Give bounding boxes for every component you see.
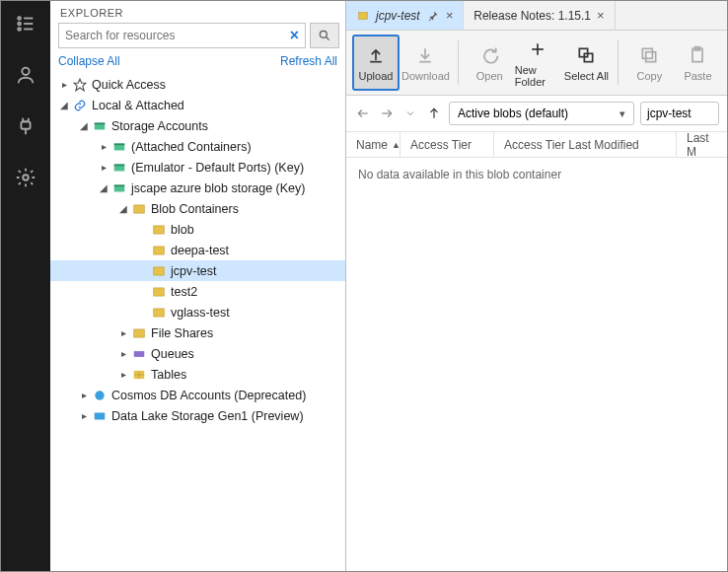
svg-rect-25 — [154, 287, 165, 295]
svg-point-2 — [18, 23, 21, 26]
open-button[interactable]: Open — [467, 35, 513, 91]
container-icon — [151, 284, 167, 300]
tab-label: Release Notes: 1.15.1 — [473, 9, 591, 23]
separator — [618, 40, 619, 85]
upload-button[interactable]: Upload — [352, 35, 400, 91]
tree-quick-access[interactable]: ▸Quick Access — [50, 74, 345, 95]
dropdown-value: Active blobs (default) — [458, 107, 568, 120]
select-all-button[interactable]: Select All — [563, 35, 610, 91]
svg-marker-12 — [74, 79, 86, 91]
explorer-title: EXPLORER — [50, 1, 345, 23]
tab-label: jcpv-test — [376, 9, 420, 23]
svg-rect-27 — [134, 328, 145, 336]
svg-point-6 — [22, 68, 29, 75]
tree-storage-accounts[interactable]: ◢Storage Accounts — [50, 115, 345, 136]
tree-container-test2[interactable]: test2 — [50, 281, 345, 302]
collapse-all-link[interactable]: Collapse All — [58, 54, 120, 68]
empty-state: No data available in this blob container — [346, 158, 727, 191]
view-filter-dropdown[interactable]: Active blobs (default) ▾ — [449, 102, 634, 125]
toolbar-label: Paste — [684, 70, 711, 82]
tree-tables[interactable]: ▸Tables — [50, 364, 345, 385]
tree-datalake[interactable]: ▸Data Lake Storage Gen1 (Preview) — [50, 405, 345, 426]
svg-rect-18 — [114, 164, 125, 166]
cosmos-icon — [92, 388, 108, 403]
tab-jcpv-test[interactable]: jcpv-test × — [346, 1, 464, 30]
column-name[interactable]: Name▲ — [346, 132, 400, 157]
tree-container-vglass-test[interactable]: vglass-test — [50, 302, 345, 322]
paste-button[interactable]: Paste — [675, 35, 721, 91]
download-button[interactable]: Download — [401, 35, 450, 91]
close-icon[interactable]: × — [446, 8, 454, 23]
activity-settings-icon[interactable] — [6, 161, 45, 194]
tree-file-shares[interactable]: ▸File Shares — [50, 322, 345, 343]
copy-button[interactable]: Copy — [626, 35, 673, 91]
svg-rect-16 — [114, 143, 125, 145]
download-icon — [414, 44, 436, 66]
nav-recent-icon[interactable] — [401, 105, 419, 122]
activity-bar — [1, 1, 50, 571]
queue-icon — [131, 346, 147, 362]
tree-blob-containers[interactable]: ◢Blob Containers — [50, 198, 345, 219]
column-last-modified[interactable]: Last M — [677, 132, 727, 157]
nav-back-icon[interactable] — [354, 105, 372, 122]
clear-search-icon[interactable]: × — [290, 27, 299, 44]
tree-queues[interactable]: ▸Queues — [50, 343, 345, 364]
storage-icon — [111, 139, 127, 155]
tree-container-deepa-test[interactable]: deepa-test — [50, 240, 345, 260]
svg-point-9 — [23, 175, 29, 180]
explorer-panel: EXPLORER × Collapse All Refresh All ▸Qui… — [50, 1, 346, 571]
tree-cosmos[interactable]: ▸Cosmos DB Accounts (Deprecated) — [50, 385, 345, 405]
container-icon — [151, 222, 167, 238]
container-group-icon — [131, 201, 147, 217]
search-input[interactable] — [65, 29, 290, 42]
svg-rect-34 — [359, 12, 368, 19]
storage-icon — [92, 118, 108, 134]
svg-point-10 — [320, 31, 327, 37]
tree-attached-containers[interactable]: ▸(Attached Containers) — [50, 136, 345, 157]
container-icon — [151, 243, 167, 258]
table-icon — [131, 367, 147, 383]
column-access-tier[interactable]: Access Tier — [400, 132, 494, 157]
copy-icon — [638, 44, 660, 66]
column-access-tier-modified[interactable]: Access Tier Last Modified — [494, 132, 677, 157]
activity-explorer-icon[interactable] — [6, 7, 45, 40]
paste-icon — [687, 44, 708, 66]
location-path[interactable]: jcpv-test — [640, 102, 719, 125]
svg-rect-44 — [643, 48, 653, 58]
svg-rect-7 — [21, 121, 30, 128]
new-folder-button[interactable]: New Folder — [515, 35, 561, 91]
nav-up-icon[interactable] — [425, 105, 443, 122]
datalake-icon — [92, 408, 108, 424]
tree-container-blob[interactable]: blob — [50, 219, 345, 240]
tree-emulator[interactable]: ▸(Emulator - Default Ports) (Key) — [50, 157, 345, 178]
chevron-updown-icon: ▾ — [619, 107, 625, 120]
open-icon — [478, 44, 500, 66]
tab-release-notes[interactable]: Release Notes: 1.15.1 × — [464, 1, 615, 30]
toolbar-label: Select All — [564, 70, 609, 82]
activity-connect-icon[interactable] — [6, 109, 45, 143]
refresh-all-link[interactable]: Refresh All — [280, 54, 337, 68]
activity-account-icon[interactable] — [6, 58, 45, 92]
svg-rect-26 — [154, 308, 165, 316]
link-icon — [72, 98, 88, 113]
nav-forward-icon[interactable] — [378, 105, 396, 122]
tree-local-attached[interactable]: ◢Local & Attached — [50, 95, 345, 115]
new-folder-icon — [527, 38, 548, 60]
search-button[interactable] — [310, 23, 339, 48]
svg-rect-21 — [134, 204, 145, 212]
svg-rect-43 — [646, 51, 656, 61]
tree-jscape-account[interactable]: ◢jscape azure blob storage (Key) — [50, 178, 345, 198]
resource-tree: ▸Quick Access ◢Local & Attached ◢Storage… — [50, 72, 345, 571]
search-input-wrapper: × — [58, 23, 306, 48]
svg-point-0 — [18, 17, 21, 20]
container-icon — [151, 263, 167, 279]
pin-icon[interactable] — [426, 9, 440, 23]
separator — [458, 40, 459, 85]
select-all-icon — [575, 44, 597, 66]
tree-container-jcpv-test[interactable]: jcpv-test — [50, 260, 345, 281]
toolbar-label: Upload — [359, 70, 394, 82]
toolbar-label: New Folder — [515, 64, 561, 88]
svg-rect-23 — [154, 246, 165, 253]
close-icon[interactable]: × — [597, 8, 605, 23]
container-icon — [356, 9, 370, 23]
